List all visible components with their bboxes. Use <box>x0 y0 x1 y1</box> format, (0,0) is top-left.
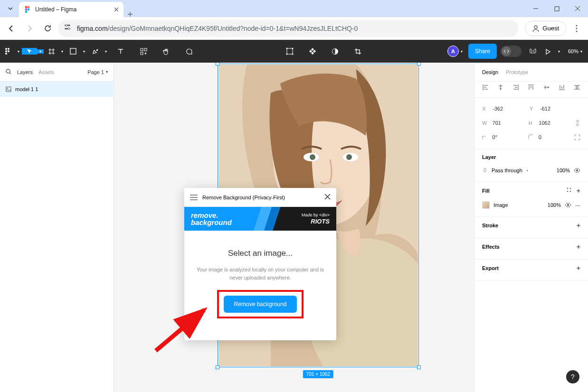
window-close-button[interactable] <box>567 0 588 17</box>
layer-opacity-input[interactable]: 100% <box>557 168 570 173</box>
url-bar[interactable]: figma.com/design/GoMmnaetkqnQHiqEZ4K95f/… <box>58 20 518 37</box>
visibility-icon[interactable] <box>574 168 580 173</box>
fill-style-icon[interactable] <box>566 187 572 193</box>
tab-close-icon[interactable] <box>114 5 119 14</box>
help-button[interactable]: ? <box>566 370 579 383</box>
user-avatar[interactable]: A <box>447 46 459 57</box>
svg-point-29 <box>6 69 10 73</box>
fill-opacity-input[interactable]: 100% <box>548 202 561 208</box>
page-selector[interactable]: Page 1 ▾ <box>87 69 108 75</box>
y-input[interactable]: -612 <box>540 106 573 112</box>
align-left-icon[interactable] <box>482 84 489 91</box>
move-tool-button[interactable] <box>22 48 37 55</box>
frame-tool-button[interactable] <box>44 48 59 55</box>
frame-tool-chevron[interactable]: ▾ <box>59 49 66 54</box>
h-input[interactable]: 1062 <box>539 120 571 126</box>
person-icon <box>532 25 540 32</box>
tab-assets[interactable]: Assets <box>38 69 54 75</box>
hand-tool-button[interactable] <box>155 48 178 55</box>
component-icon[interactable] <box>301 47 324 55</box>
independent-corners-icon[interactable] <box>574 134 580 140</box>
resize-handle-br[interactable] <box>417 365 421 369</box>
window-maximize-button[interactable] <box>546 0 567 17</box>
share-button[interactable]: Share <box>468 44 497 59</box>
x-input[interactable]: -362 <box>493 106 526 112</box>
radius-input[interactable]: 0 <box>539 134 571 140</box>
svg-point-25 <box>292 48 293 49</box>
add-effect-button[interactable]: + <box>577 243 580 251</box>
add-fill-button[interactable]: + <box>577 187 580 195</box>
y-label: Y <box>530 106 536 112</box>
rotation-icon <box>482 134 489 140</box>
browser-tab[interactable]: Untitled – Figma <box>19 2 123 17</box>
svg-rect-22 <box>141 52 143 55</box>
svg-point-14 <box>5 48 7 50</box>
export-section-title: Export <box>482 265 499 271</box>
align-bottom-icon[interactable] <box>559 84 565 91</box>
align-top-icon[interactable] <box>528 84 534 91</box>
svg-rect-5 <box>555 7 559 11</box>
svg-point-24 <box>286 48 287 49</box>
distribute-icon[interactable] <box>574 84 580 91</box>
nav-reload-button[interactable] <box>40 21 55 36</box>
plugin-close-button[interactable] <box>324 193 331 202</box>
add-stroke-button[interactable]: + <box>577 222 580 229</box>
w-input[interactable]: 701 <box>493 120 525 126</box>
guest-profile-chip[interactable]: Guest <box>525 21 566 36</box>
library-icon[interactable] <box>525 48 541 55</box>
zoom-control[interactable]: 60%▾ <box>562 48 588 54</box>
nav-back-button[interactable] <box>4 21 19 36</box>
comment-tool-button[interactable] <box>178 48 200 55</box>
resources-button[interactable] <box>132 48 155 55</box>
present-button[interactable] <box>541 48 556 55</box>
rotation-input[interactable]: 0° <box>493 134 525 140</box>
fill-swatch[interactable] <box>482 201 490 209</box>
resize-handle-tr[interactable] <box>417 63 421 65</box>
fill-type-label[interactable]: Image <box>493 202 508 208</box>
svg-point-13 <box>576 30 577 32</box>
remove-background-button[interactable]: Remove background <box>224 296 297 313</box>
tab-layers[interactable]: Layers <box>17 69 33 75</box>
crop-icon[interactable] <box>347 48 370 55</box>
tab-design[interactable]: Design <box>482 69 498 75</box>
align-hcenter-icon[interactable] <box>497 84 504 91</box>
svg-point-2 <box>25 9 28 11</box>
tab-prototype[interactable]: Prototype <box>506 69 528 75</box>
search-icon[interactable] <box>6 68 11 76</box>
align-vcenter-icon[interactable] <box>543 84 550 91</box>
fill-visibility-icon[interactable] <box>565 203 571 207</box>
shape-tool-button[interactable] <box>66 48 81 55</box>
url-text: figma.com/design/GoMmnaetkqnQHiqEZ4K95f/… <box>77 25 358 32</box>
tab-dropdown[interactable] <box>2 2 19 15</box>
dev-mode-select-icon[interactable] <box>278 47 301 55</box>
shape-tool-chevron[interactable]: ▾ <box>81 49 87 54</box>
resize-handle-bl[interactable] <box>216 365 219 369</box>
remove-fill-button[interactable]: — <box>575 202 580 208</box>
dimensions-badge: 701 × 1062 <box>303 370 333 378</box>
browser-menu-button[interactable] <box>569 21 584 36</box>
mask-icon[interactable] <box>324 48 347 55</box>
move-tool-chevron[interactable]: ▾ <box>37 49 44 54</box>
svg-point-8 <box>66 25 67 27</box>
text-tool-button[interactable] <box>109 48 132 55</box>
add-export-button[interactable]: + <box>577 264 580 272</box>
nav-forward-button[interactable] <box>22 21 37 36</box>
align-right-icon[interactable] <box>512 84 519 91</box>
canvas[interactable]: 701 × 1062 Remove Background (Privacy-Fi… <box>114 63 474 392</box>
site-settings-icon[interactable] <box>65 24 72 32</box>
pen-tool-button[interactable] <box>87 48 103 55</box>
dev-mode-toggle[interactable] <box>501 46 522 57</box>
window-minimize-button[interactable] <box>525 0 546 17</box>
code-icon <box>502 47 511 56</box>
tab-title: Untitled – Figma <box>35 6 110 13</box>
figma-menu-button[interactable] <box>0 47 15 55</box>
constrain-proportions-icon[interactable] <box>575 120 580 126</box>
w-label: W <box>482 120 489 126</box>
new-tab-button[interactable] <box>123 11 137 17</box>
layer-item[interactable]: model 1 1 <box>0 82 114 97</box>
present-chevron[interactable]: ▾ <box>556 49 562 54</box>
blend-mode-select[interactable]: Pass through <box>492 168 522 173</box>
resize-handle-tl[interactable] <box>216 63 219 65</box>
pen-tool-chevron[interactable]: ▾ <box>103 49 109 54</box>
menu-chevron-icon[interactable]: ▾ <box>15 49 22 54</box>
